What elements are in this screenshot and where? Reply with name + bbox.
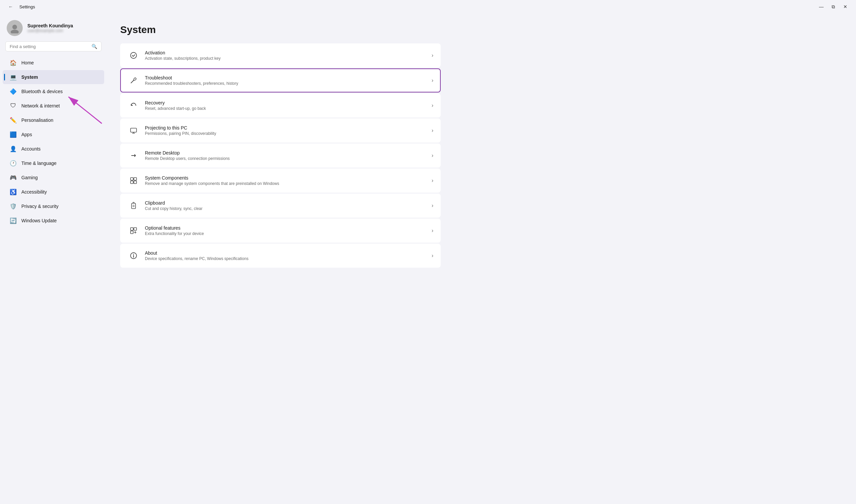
settings-icon-remotedesktop xyxy=(127,149,140,162)
settings-item-optionalfeatures[interactable]: Optional features Extra functionality fo… xyxy=(120,219,441,242)
maximize-button[interactable]: ⧉ xyxy=(828,2,839,11)
sidebar-item-time[interactable]: 🕐 Time & language xyxy=(3,156,104,170)
sidebar-item-home[interactable]: 🏠 Home xyxy=(3,56,104,70)
sidebar-item-system[interactable]: 💻 System xyxy=(3,70,104,84)
svg-rect-13 xyxy=(130,228,133,230)
search-input[interactable] xyxy=(10,44,89,49)
nav-icon-gaming: 🎮 xyxy=(10,174,17,181)
settings-title-clipboard: Clipboard xyxy=(145,200,428,205)
svg-rect-14 xyxy=(134,228,137,230)
settings-icon-systemcomponents xyxy=(127,175,140,186)
settings-item-systemcomponents[interactable]: System Components Remove and manage syst… xyxy=(120,168,441,193)
nav-label-home: Home xyxy=(21,60,34,66)
nav-label-accessibility: Accessibility xyxy=(21,189,47,195)
nav-label-gaming: Gaming xyxy=(21,175,38,180)
nav-label-system: System xyxy=(21,74,38,80)
nav-label-bluetooth: Bluetooth & devices xyxy=(21,89,63,94)
window-controls: — ⧉ ✕ xyxy=(816,2,851,11)
svg-rect-15 xyxy=(130,231,133,234)
user-profile[interactable]: Supreeth Koundinya user@example.com xyxy=(0,13,107,41)
settings-icon-projecting xyxy=(127,125,140,137)
settings-item-projecting[interactable]: Projecting to this PC Permissions, pairi… xyxy=(120,119,441,143)
settings-title-troubleshoot: Troubleshoot xyxy=(145,75,428,80)
settings-item-recovery[interactable]: Recovery Reset, advanced start-up, go ba… xyxy=(120,93,441,118)
sidebar-item-accessibility[interactable]: ♿ Accessibility xyxy=(3,185,104,199)
settings-text-systemcomponents: System Components Remove and manage syst… xyxy=(145,175,428,186)
settings-item-activation[interactable]: Activation Activation state, subscriptio… xyxy=(120,43,441,68)
settings-desc-optionalfeatures: Extra functionality for your device xyxy=(145,231,428,236)
nav-icon-network: 🛡 xyxy=(10,102,17,109)
svg-rect-10 xyxy=(131,203,136,209)
nav-icon-personalisation: ✏️ xyxy=(10,116,17,124)
sidebar-item-update[interactable]: 🔄 Windows Update xyxy=(3,214,104,228)
settings-desc-remotedesktop: Remote Desktop users, connection permiss… xyxy=(145,156,428,161)
settings-icon-about xyxy=(127,250,140,262)
sidebar: Supreeth Koundinya user@example.com 🔍 🏠 … xyxy=(0,13,107,504)
settings-item-troubleshoot[interactable]: Troubleshoot Recommended troubleshooters… xyxy=(120,68,441,92)
nav-label-personalisation: Personalisation xyxy=(21,118,53,123)
title-bar: ← Settings — ⧉ ✕ xyxy=(0,0,856,13)
settings-icon-clipboard xyxy=(127,200,140,212)
nav-label-accounts: Accounts xyxy=(21,146,41,151)
sidebar-item-bluetooth[interactable]: 🔷 Bluetooth & devices xyxy=(3,85,104,98)
settings-text-activation: Activation Activation state, subscriptio… xyxy=(145,50,428,61)
settings-text-remotedesktop: Remote Desktop Remote Desktop users, con… xyxy=(145,150,428,161)
settings-item-clipboard[interactable]: Clipboard Cut and copy history, sync, cl… xyxy=(120,194,441,218)
svg-rect-3 xyxy=(130,128,137,132)
chevron-icon-recovery: › xyxy=(432,103,433,108)
settings-desc-troubleshoot: Recommended troubleshooters, preferences… xyxy=(145,81,428,86)
chevron-icon-optionalfeatures: › xyxy=(432,228,433,234)
nav-icon-apps: 🟦 xyxy=(10,131,17,138)
chevron-icon-about: › xyxy=(432,253,433,259)
minimize-button[interactable]: — xyxy=(816,2,827,11)
avatar xyxy=(7,20,23,36)
close-button[interactable]: ✕ xyxy=(840,2,851,11)
chevron-icon-systemcomponents: › xyxy=(432,178,433,184)
svg-point-0 xyxy=(12,25,17,29)
nav-icon-home: 🏠 xyxy=(10,59,17,67)
settings-desc-activation: Activation state, subscriptions, product… xyxy=(145,56,428,61)
sidebar-item-accounts[interactable]: 👤 Accounts xyxy=(3,142,104,156)
settings-item-about[interactable]: About Device specifications, rename PC, … xyxy=(120,244,441,268)
sidebar-item-gaming[interactable]: 🎮 Gaming xyxy=(3,170,104,184)
settings-desc-systemcomponents: Remove and manage system components that… xyxy=(145,181,428,186)
nav-icon-update: 🔄 xyxy=(10,217,17,224)
settings-title-activation: Activation xyxy=(145,50,428,55)
settings-text-projecting: Projecting to this PC Permissions, pairi… xyxy=(145,125,428,136)
svg-point-1 xyxy=(11,30,19,33)
settings-item-remotedesktop[interactable]: Remote Desktop Remote Desktop users, con… xyxy=(120,144,441,167)
settings-desc-about: Device specifications, rename PC, Window… xyxy=(145,256,428,261)
search-box[interactable]: 🔍 xyxy=(5,41,102,51)
title-bar-left: ← Settings xyxy=(5,2,35,11)
nav-icon-accessibility: ♿ xyxy=(10,188,17,196)
user-info: Supreeth Koundinya user@example.com xyxy=(28,23,73,33)
sidebar-item-personalisation[interactable]: ✏️ Personalisation xyxy=(3,113,104,127)
settings-title-optionalfeatures: Optional features xyxy=(145,225,428,231)
settings-icon-troubleshoot xyxy=(127,74,140,87)
settings-icon-optionalfeatures xyxy=(127,224,140,237)
chevron-icon-projecting: › xyxy=(432,127,433,133)
search-icon: 🔍 xyxy=(91,44,97,49)
sidebar-item-network[interactable]: 🛡 Network & internet xyxy=(3,99,104,113)
nav-label-network: Network & internet xyxy=(21,103,60,108)
settings-title-systemcomponents: System Components xyxy=(145,175,428,181)
user-email: user@example.com xyxy=(28,29,73,33)
settings-text-optionalfeatures: Optional features Extra functionality fo… xyxy=(145,225,428,236)
nav-icon-bluetooth: 🔷 xyxy=(10,88,17,95)
nav-icon-time: 🕐 xyxy=(10,160,17,167)
svg-point-20 xyxy=(133,254,134,255)
main-content: System Activation Activation state, subs… xyxy=(107,13,856,504)
nav-label-time: Time & language xyxy=(21,161,56,166)
settings-icon-activation xyxy=(127,49,140,61)
sidebar-item-privacy[interactable]: 🛡️ Privacy & security xyxy=(3,199,104,213)
svg-rect-7 xyxy=(134,178,137,180)
sidebar-item-apps[interactable]: 🟦 Apps xyxy=(3,127,104,142)
app-container: Supreeth Koundinya user@example.com 🔍 🏠 … xyxy=(0,13,856,504)
settings-title-projecting: Projecting to this PC xyxy=(145,125,428,130)
back-button[interactable]: ← xyxy=(5,2,16,11)
svg-rect-8 xyxy=(130,181,133,184)
sidebar-nav: 🏠 Home 💻 System 🔷 Bluetooth & devices 🛡 … xyxy=(0,55,107,228)
chevron-icon-clipboard: › xyxy=(432,203,433,209)
settings-title-remotedesktop: Remote Desktop xyxy=(145,150,428,156)
settings-desc-projecting: Permissions, pairing PIN, discoverabilit… xyxy=(145,131,428,136)
